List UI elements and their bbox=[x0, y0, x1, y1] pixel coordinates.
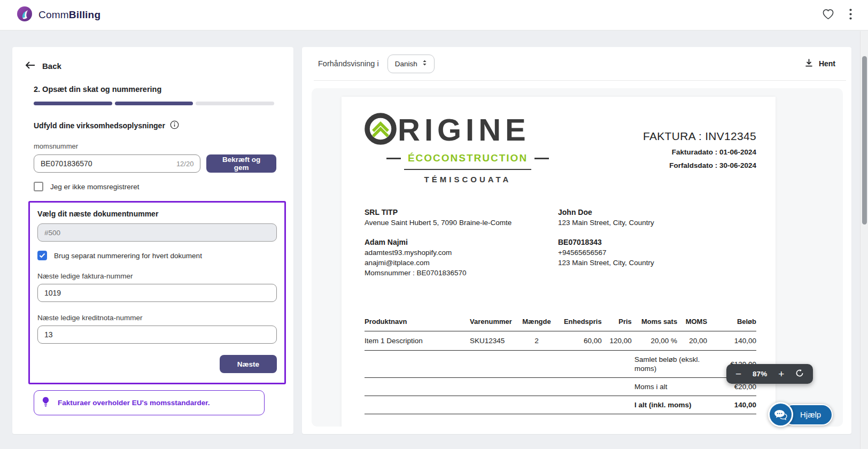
preview-header: Forhåndsvisning i Danish Hent bbox=[302, 47, 851, 80]
progress-segment bbox=[196, 102, 274, 105]
logo-dash bbox=[386, 158, 401, 159]
invoice-document: RIGINE ÉCOCONSTRUCTION TÉMISCOUATA FAKTU… bbox=[342, 97, 776, 427]
table-cell: SKU12345 bbox=[467, 331, 518, 351]
kebab-menu-icon bbox=[849, 9, 852, 21]
table-header-cell: Moms sats bbox=[632, 315, 677, 331]
table-header-cell: MOMS bbox=[677, 315, 707, 331]
table-cell: Item 1 Description bbox=[365, 331, 467, 351]
not-vat-registered-checkbox[interactable] bbox=[34, 182, 43, 191]
progress-segment bbox=[34, 102, 112, 105]
character-counter: 12/20 bbox=[176, 160, 194, 168]
progress-bar bbox=[34, 102, 274, 105]
brand-logo: CommBilling bbox=[16, 5, 100, 25]
next-invoice-number-input[interactable] bbox=[44, 289, 270, 297]
download-label: Hent bbox=[819, 59, 835, 68]
confirm-save-button[interactable]: Bekræft og gem bbox=[206, 154, 276, 173]
vat-number-label: momsnummer bbox=[34, 142, 276, 150]
logo-subtitle: ÉCOCONSTRUCTION bbox=[408, 152, 528, 164]
separate-numbering-checkbox[interactable] bbox=[37, 251, 47, 260]
seller-email: anajmi@itplace.com bbox=[365, 258, 558, 268]
vat-total-value: €20,00 bbox=[717, 383, 756, 391]
page-scrollbar bbox=[860, 31, 868, 449]
table-cell: 2 bbox=[518, 331, 555, 351]
buyer-address: 123 Main Street, City, Country bbox=[558, 218, 654, 228]
compliance-tip-text: Fakturaer overholder EU's momsstandarder… bbox=[58, 399, 210, 407]
grand-total-label: I alt (inkl. moms) bbox=[634, 400, 717, 409]
updown-arrows-icon bbox=[422, 59, 427, 68]
invoice-title: FAKTURA : INV12345 bbox=[643, 130, 756, 143]
next-invoice-number-label: Næste ledige faktura-nummer bbox=[37, 272, 277, 280]
heart-icon bbox=[822, 9, 834, 21]
setup-wizard-panel: Back 2. Opsæt din skat og nummerering Ud… bbox=[12, 47, 293, 434]
table-header-cell: Beløb bbox=[707, 315, 756, 331]
subtotal-row: Samlet beløb (ekskl. moms) €120,00 bbox=[365, 351, 756, 378]
seller-address-block: SRL TITP Avenue Saint Hubert 5, 7090 Bra… bbox=[365, 207, 558, 278]
zoom-reset-button[interactable] bbox=[795, 369, 804, 379]
buyer-vat: BE07018343 bbox=[558, 237, 654, 247]
table-header-cell: Mængde bbox=[518, 315, 555, 331]
table-header-cell: Enhedspris bbox=[555, 315, 602, 331]
table-cell: 60,00 bbox=[555, 331, 602, 351]
doc-number-section-title: Vælg dit næste dokumentnummer bbox=[37, 210, 277, 218]
doc-number-field-shell bbox=[37, 223, 277, 242]
brand-name: CommBilling bbox=[38, 9, 100, 21]
next-credit-note-input[interactable] bbox=[44, 330, 270, 339]
vat-number-input[interactable] bbox=[41, 159, 176, 168]
logo-o-chevron-icon bbox=[365, 113, 397, 147]
document-number-highlight-box: Vælg dit næste dokumentnummer Brug separ… bbox=[28, 201, 286, 384]
company-section-title: Udfyld dine virksomhedsoplysninger bbox=[34, 121, 165, 130]
vat-total-label: Moms i alt bbox=[634, 382, 717, 391]
not-vat-registered-label: Jeg er ikke momsregistreret bbox=[50, 183, 140, 191]
progress-segment bbox=[115, 102, 193, 105]
table-cell: 20,00 bbox=[677, 331, 707, 351]
help-label: Hjælp bbox=[800, 410, 821, 419]
help-widget[interactable]: Hjælp bbox=[768, 402, 833, 427]
buyer-phone: +94565656567 bbox=[558, 247, 654, 258]
chat-bubbles-icon bbox=[768, 402, 793, 427]
logo-dash bbox=[534, 158, 549, 159]
invoice-due-date: Forfaldsdato : 30-06-2024 bbox=[643, 161, 756, 169]
language-select[interactable]: Danish bbox=[387, 55, 435, 73]
invoice-logo: RIGINE ÉCOCONSTRUCTION TÉMISCOUATA bbox=[365, 113, 578, 184]
overflow-menu-button[interactable] bbox=[849, 9, 852, 21]
table-cell: 120,00 bbox=[602, 331, 632, 351]
next-invoice-field-shell bbox=[37, 284, 277, 302]
table-header-cell: Pris bbox=[602, 315, 632, 331]
reset-rotate-icon bbox=[795, 368, 804, 380]
lightbulb-icon bbox=[42, 397, 50, 409]
scrollbar-thumb[interactable] bbox=[862, 56, 867, 224]
download-icon bbox=[804, 58, 813, 69]
separate-numbering-label: Brug separat nummerering for hvert dokum… bbox=[54, 252, 202, 260]
logo-tagline: TÉMISCOUATA bbox=[365, 175, 571, 184]
invoice-line-items-table: Produktnavn Varenummer Mængde Enhedspris… bbox=[365, 315, 756, 351]
vat-total-row: Moms i alt €20,00 bbox=[365, 378, 756, 396]
table-cell: 20,00 % bbox=[632, 331, 677, 351]
next-credit-note-field-shell bbox=[37, 326, 277, 344]
zoom-in-button[interactable]: + bbox=[778, 369, 784, 379]
seller-company: SRL TITP bbox=[365, 207, 558, 218]
language-select-value: Danish bbox=[395, 60, 417, 68]
checkmark-icon bbox=[39, 252, 45, 260]
invoice-date: Fakturadato : 01-06-2024 bbox=[643, 148, 756, 156]
doc-number-input bbox=[44, 229, 270, 237]
zoom-toolbar: − 87% + bbox=[726, 364, 813, 384]
logo-wordmark: RIGINE bbox=[398, 114, 530, 145]
favorites-button[interactable] bbox=[822, 9, 834, 21]
compliance-tip-box: Fakturaer overholder EU's momsstandarder… bbox=[34, 390, 265, 415]
vat-number-field-shell: 12/20 bbox=[34, 154, 200, 173]
table-cell: 140,00 bbox=[707, 331, 756, 351]
info-icon[interactable] bbox=[170, 120, 179, 131]
next-button[interactable]: Næste bbox=[220, 355, 277, 373]
brand-logo-icon bbox=[16, 5, 33, 25]
table-header-cell: Produktnavn bbox=[365, 315, 467, 331]
grand-total-value: 140,00 bbox=[717, 401, 756, 409]
seller-address: Avenue Saint Hubert 5, 7090 Braine-le-Co… bbox=[365, 218, 558, 228]
download-button[interactable]: Hent bbox=[804, 58, 835, 69]
zoom-out-button[interactable]: − bbox=[735, 369, 741, 379]
seller-vat: Momsnummer : BE0701836570 bbox=[365, 268, 558, 278]
buyer-address-2: 123 Main Street, City, Country bbox=[558, 258, 654, 268]
back-button[interactable]: Back bbox=[25, 61, 61, 71]
top-app-bar: CommBilling bbox=[0, 0, 868, 30]
table-header-cell: Varenummer bbox=[467, 315, 518, 331]
buyer-name: John Doe bbox=[558, 207, 654, 218]
